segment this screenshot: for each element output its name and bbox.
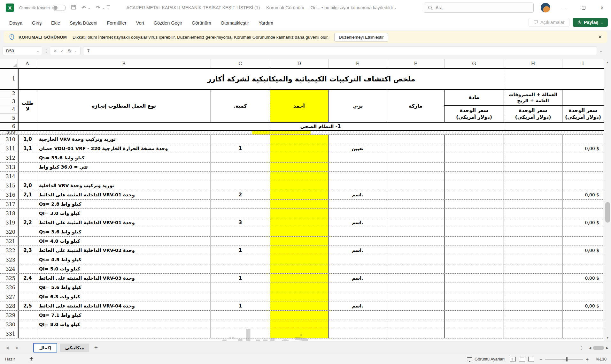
tab-options-icon[interactable]: ⋮ [580, 345, 584, 350]
row-header[interactable]: 2 [0, 90, 18, 97]
cell-H330[interactable] [504, 320, 562, 329]
cell-E323[interactable] [329, 255, 387, 264]
cell-G331[interactable] [445, 329, 504, 338]
cell-A319[interactable]: 2,2 [18, 218, 37, 227]
cell-I325[interactable]: 0,00 $ [562, 274, 604, 283]
zoom-out-button[interactable]: − [539, 356, 542, 362]
cell-I315[interactable] [562, 181, 604, 190]
cell-G330[interactable] [445, 320, 504, 329]
cell-A312[interactable] [18, 153, 37, 162]
cell-D320[interactable] [270, 227, 329, 236]
cell-C319[interactable]: 3 [211, 218, 270, 227]
cell-C323[interactable] [211, 255, 270, 264]
column-header-F[interactable]: F [387, 59, 445, 68]
cell-H313[interactable] [504, 163, 562, 171]
cell-G320[interactable] [445, 227, 504, 236]
cell-E319[interactable]: اسم. [329, 218, 387, 227]
cell-E331[interactable] [329, 329, 387, 338]
share-button[interactable]: Paylaş ⌄ [573, 18, 608, 27]
cell-B326[interactable]: Qs= 5.6 كيلو واط [37, 283, 211, 292]
cell-G319[interactable] [445, 218, 504, 227]
menu-tab-ekle[interactable]: Ekle [46, 18, 65, 28]
cell-F310[interactable] [387, 135, 445, 144]
column-header-C[interactable]: C [211, 59, 270, 68]
cell-G313[interactable] [445, 163, 504, 171]
undo-icon[interactable]: ↶ [81, 5, 86, 11]
cell-A310[interactable]: 1,0 [18, 135, 37, 144]
cell-F314[interactable] [387, 172, 445, 181]
row-header[interactable]: 310 [0, 135, 18, 144]
cell-A325[interactable]: 2,4 [18, 274, 37, 283]
cell-title-merged[interactable]: ملخص اكتشاف التركيبات الكيميائية والميكا… [18, 69, 604, 89]
row-header[interactable]: 313 [0, 163, 18, 171]
formula-input[interactable]: 7 [83, 46, 597, 55]
cell-G312[interactable] [445, 153, 504, 162]
cell-H328[interactable] [504, 301, 562, 310]
cell-B323[interactable]: Qs= 4.5 كيلو واط [37, 255, 211, 264]
cell-H315[interactable] [504, 181, 562, 190]
header-cell-brand[interactable]: ماركة [387, 90, 445, 122]
header-cell-labor-overhead-profit[interactable]: العمالة + المصروفاتالعامة + الربح سعر ال… [504, 90, 562, 122]
header-cell-ahmed[interactable]: أحمد [270, 90, 329, 122]
cell-H321[interactable] [504, 237, 562, 246]
column-header-G[interactable]: G [445, 59, 504, 68]
cell-E330[interactable] [329, 320, 387, 329]
cell-C320[interactable] [211, 227, 270, 236]
scroll-down-icon[interactable]: ▼ [604, 335, 611, 341]
cell-G321[interactable] [445, 237, 504, 246]
cell-B317[interactable]: Qs= 2.8 كيلو واط [37, 200, 211, 209]
cell-A314[interactable] [18, 172, 37, 181]
cell-H320[interactable] [504, 227, 562, 236]
zoom-slider[interactable] [545, 359, 583, 360]
cell-F330[interactable] [387, 320, 445, 329]
cell-D328[interactable] [270, 301, 329, 310]
cell-H322[interactable] [504, 246, 562, 255]
cell-B319[interactable]: وحدة VRV-01 الداخلية المثبتة على الحائط [37, 218, 211, 227]
cell-E327[interactable] [329, 292, 387, 301]
cell-B329[interactable]: Qs= 7.1 كيلو واط [37, 311, 211, 320]
row-header[interactable]: 331 [0, 329, 18, 338]
row-header[interactable]: 321 [0, 237, 18, 246]
menu-tab-formüller[interactable]: Formüller [102, 18, 131, 28]
cell-C322[interactable]: 1 [211, 246, 270, 255]
cell-G322[interactable] [445, 246, 504, 255]
cell-E320[interactable] [329, 227, 387, 236]
header-cell-request-no[interactable]: طلبلا [18, 90, 37, 122]
cell-F325[interactable] [387, 274, 445, 283]
column-header-D[interactable]: D [270, 59, 329, 68]
cell-H323[interactable] [504, 255, 562, 264]
vertical-scroll-track[interactable] [604, 65, 611, 335]
row-header[interactable]: 317 [0, 200, 18, 209]
cell-A320[interactable] [18, 227, 37, 236]
minimize-button[interactable]: — [556, 0, 570, 15]
enable-editing-button[interactable]: Düzenlemeyi Etkinleştir [334, 33, 388, 42]
row-header[interactable]: 311 [0, 144, 18, 153]
cell-C310[interactable] [211, 135, 270, 144]
cell-D318[interactable] [270, 209, 329, 218]
cell-A326[interactable] [18, 283, 37, 292]
cell-G329[interactable] [445, 311, 504, 320]
name-box[interactable]: D50 ⌄ [3, 46, 42, 55]
row-header[interactable]: 315 [0, 181, 18, 190]
maximize-button[interactable] [576, 0, 591, 15]
cell-A315[interactable]: 2,0 [18, 181, 37, 190]
search-input[interactable] [436, 5, 519, 10]
cell-A6[interactable] [18, 123, 37, 130]
cell-A318[interactable] [18, 209, 37, 218]
cell-F318[interactable] [387, 209, 445, 218]
zoom-slider-knob[interactable] [566, 357, 568, 361]
cell-E311[interactable]: تعيين [329, 144, 387, 153]
cell-F319[interactable] [387, 218, 445, 227]
cell-I319[interactable]: 0,00 $ [562, 218, 604, 227]
menu-tab-gözden-geçir[interactable]: Gözden Geçir [149, 18, 187, 28]
cell-D324[interactable] [270, 264, 329, 273]
cell-F327[interactable] [387, 292, 445, 301]
cell-D316[interactable] [270, 190, 329, 199]
cell-G326[interactable] [445, 283, 504, 292]
cell-I329[interactable] [562, 311, 604, 320]
menu-tab-yardım[interactable]: Yardım [254, 18, 278, 28]
formula-bar-splitter[interactable]: ⋮ [44, 49, 48, 53]
cell-C321[interactable] [211, 237, 270, 246]
cell-H331[interactable] [504, 329, 562, 338]
close-button[interactable]: ✕ [595, 0, 609, 15]
